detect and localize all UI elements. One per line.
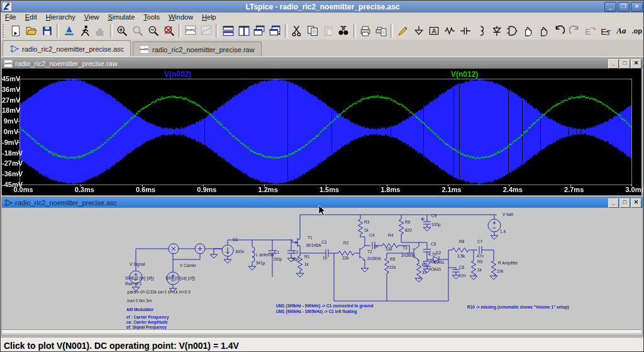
cascade-arrange-icon[interactable] bbox=[267, 23, 283, 38]
undo-icon[interactable] bbox=[551, 23, 567, 38]
waveform-plot-area[interactable]: V(n002) V(n012) 45mV36mV27mV18mV9mV0mV-9… bbox=[2, 69, 641, 195]
halt-icon bbox=[92, 23, 108, 38]
component-label: 300n bbox=[235, 249, 244, 254]
rotate-icon[interactable]: E3 bbox=[598, 23, 614, 38]
title-bar[interactable]: LTspice - radio_ric2_noemitter_precise.a… bbox=[1, 1, 644, 13]
x-axis-tick-label: 1.8ms bbox=[373, 186, 408, 193]
component-label: D2 bbox=[436, 251, 441, 255]
schematic-window: radio_ric2_noemitter_precise.asc _ □ ✕ V… bbox=[1, 196, 643, 336]
x-axis-tick-label: 3.0ms bbox=[618, 186, 644, 193]
diode-icon[interactable] bbox=[489, 23, 504, 38]
menu-help[interactable]: Help bbox=[197, 13, 221, 21]
trace-legend-vn012[interactable]: V(n012) bbox=[451, 70, 478, 79]
y-axis-tick-label: -27mV bbox=[2, 159, 18, 167]
zoom-in-icon[interactable] bbox=[114, 23, 130, 38]
menu-tools[interactable]: Tools bbox=[139, 13, 164, 21]
menu-edit[interactable]: Edit bbox=[21, 13, 42, 21]
capacitor-icon[interactable] bbox=[458, 23, 474, 38]
toolbar-separator bbox=[179, 24, 181, 38]
schematic-scrollbar[interactable] bbox=[2, 329, 641, 333]
component-label: T2 bbox=[367, 249, 372, 254]
component-label: C3 bbox=[321, 240, 326, 244]
print-preview-icon[interactable] bbox=[374, 23, 389, 38]
waveform-maximize-button[interactable]: □ bbox=[619, 59, 630, 69]
schematic-maximize-button[interactable]: □ bbox=[619, 198, 630, 208]
copy-icon[interactable] bbox=[304, 23, 320, 38]
component-label: R9 bbox=[477, 259, 482, 264]
waveform-close-button[interactable]: ✕ bbox=[631, 59, 641, 69]
menu-view[interactable]: View bbox=[80, 13, 104, 21]
schematic-comment: UM1 (990kHz - 1605kHz) -> C1 left floati… bbox=[276, 309, 357, 314]
tile-vertical-icon[interactable] bbox=[236, 23, 252, 38]
waveform-window-title-bar[interactable]: radio_ric2_noemitter_precise.raw _ □ ✕ bbox=[2, 58, 643, 69]
run-icon[interactable] bbox=[77, 23, 92, 38]
new-schematic-icon[interactable] bbox=[8, 23, 24, 38]
x-axis-tick-label: 0.6ms bbox=[128, 186, 164, 193]
y-axis-tick-label: -9mV bbox=[2, 139, 18, 146]
component-label: 56p bbox=[292, 257, 299, 261]
component-label: R2 bbox=[343, 241, 348, 245]
zoom-out-icon[interactable] bbox=[145, 23, 161, 38]
menu-file[interactable]: File bbox=[1, 13, 21, 21]
schematic-drawing bbox=[2, 208, 641, 333]
menu-window[interactable]: Window bbox=[164, 13, 197, 21]
tab-waveform[interactable]: radio_ric2_noemitter_precise.raw bbox=[133, 42, 262, 57]
waveform-canvas[interactable] bbox=[2, 69, 641, 195]
cascade-icon[interactable] bbox=[252, 23, 267, 38]
control-panel-icon[interactable] bbox=[61, 23, 77, 38]
toolbar-grip[interactable] bbox=[3, 24, 6, 38]
spice-directive-icon[interactable]: .op bbox=[629, 23, 644, 38]
menu-hierarchy[interactable]: Hierarchy bbox=[42, 13, 80, 21]
toolbar: AEE3Aa.op bbox=[1, 21, 644, 40]
drag-icon[interactable] bbox=[536, 23, 552, 38]
schematic-comment: cf : Carrier Frequency bbox=[126, 315, 169, 319]
schematic-close-button[interactable]: ✕ bbox=[631, 198, 641, 208]
zoom-full-extents-icon[interactable] bbox=[161, 23, 177, 38]
tab-schematic[interactable]: radio_ric2_noemitter_precise.asc bbox=[3, 40, 131, 57]
resistor-icon[interactable] bbox=[442, 23, 458, 38]
open-icon[interactable] bbox=[24, 23, 40, 38]
component-icon[interactable] bbox=[504, 23, 520, 38]
component-label: 1n bbox=[374, 244, 378, 249]
trace-legend-vn002[interactable]: V(n002) bbox=[164, 70, 191, 79]
mirror-icon: E bbox=[582, 23, 598, 38]
component-label: R4 bbox=[388, 233, 393, 237]
component-label: V batt bbox=[502, 212, 513, 217]
status-bar: Click to plot V(N001). DC operating poin… bbox=[1, 337, 644, 352]
y-axis-tick-label: 36mV bbox=[2, 86, 18, 93]
inductor-icon[interactable] bbox=[473, 23, 489, 38]
component-label: 2n3904 bbox=[367, 256, 381, 261]
close-button[interactable]: ✕ bbox=[631, 2, 643, 12]
minimize-button[interactable]: _ bbox=[604, 2, 616, 12]
wire-icon[interactable] bbox=[395, 23, 411, 38]
waveform-minimize-button[interactable]: _ bbox=[608, 59, 619, 69]
y-axis-tick-label: 0mV bbox=[2, 128, 18, 135]
svg-text:E: E bbox=[585, 26, 591, 36]
schematic-minimize-button[interactable]: _ bbox=[608, 198, 619, 208]
component-label: R7 bbox=[422, 263, 427, 267]
menu-simulate[interactable]: Simulate bbox=[103, 13, 139, 21]
tile-horizontal-icon[interactable] bbox=[220, 23, 236, 38]
waveform-window-title: radio_ric2_noemitter_precise.raw bbox=[15, 60, 118, 67]
schematic-canvas[interactable]: V SignalSINE(0 {m} {sf})Rser=0.1V Carrie… bbox=[2, 208, 641, 333]
text-icon[interactable]: Aa bbox=[614, 23, 630, 38]
save-icon[interactable] bbox=[40, 23, 55, 38]
find-icon[interactable] bbox=[336, 23, 352, 38]
schematic-window-title: radio_ric2_noemitter_precise.asc bbox=[15, 199, 117, 207]
component-label: 10k bbox=[497, 269, 503, 273]
component-label: Rser=0.1 bbox=[125, 281, 142, 286]
menu-bar: FileEditHierarchyViewSimulateToolsWindow… bbox=[1, 13, 644, 22]
autorange-plot-icon[interactable] bbox=[183, 23, 199, 38]
schematic-comment: sf: Signal Frequency bbox=[126, 325, 167, 329]
component-label: V Signal bbox=[130, 262, 145, 266]
component-label: 22k bbox=[342, 256, 348, 260]
print-icon[interactable] bbox=[358, 23, 374, 38]
maximize-button[interactable]: ❐ bbox=[618, 2, 630, 12]
component-label: T1 bbox=[308, 236, 313, 240]
move-icon[interactable] bbox=[520, 23, 536, 38]
label-net-icon[interactable]: A bbox=[426, 23, 442, 38]
ground-icon[interactable] bbox=[411, 23, 426, 38]
component-label: R1 bbox=[304, 254, 309, 259]
y-axis-tick-label: 45mV bbox=[2, 75, 18, 82]
cut-icon[interactable] bbox=[289, 23, 305, 38]
